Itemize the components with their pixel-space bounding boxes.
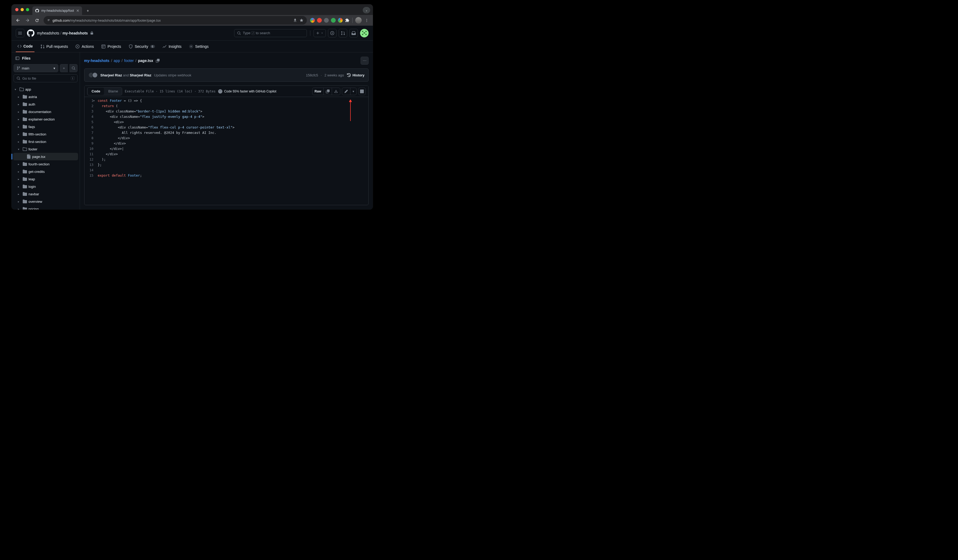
tree-folder[interactable]: fourth-section	[13, 160, 78, 168]
tree-folder[interactable]: get-credits	[13, 168, 78, 175]
issues-button[interactable]	[328, 29, 336, 37]
blame-tab-button[interactable]: Blame	[105, 88, 122, 95]
symbols-button[interactable]	[358, 88, 366, 95]
pr-button[interactable]	[339, 29, 347, 37]
svg-rect-8	[102, 44, 105, 48]
expand-tabs-button[interactable]: ⌄	[363, 7, 370, 13]
sidebar-toggle-icon[interactable]	[15, 56, 19, 60]
tab-actions[interactable]: Actions	[74, 41, 95, 52]
hamburger-menu[interactable]	[16, 29, 24, 37]
raw-button[interactable]: Raw	[312, 88, 324, 95]
tree-folder[interactable]: leap	[13, 175, 78, 183]
user-avatar[interactable]	[360, 29, 369, 37]
profile-avatar-icon[interactable]	[355, 17, 362, 24]
avatar-icon	[92, 72, 98, 78]
code-line: 13};	[84, 162, 368, 168]
tree-folder[interactable]: documentation	[13, 108, 78, 115]
inbox-button[interactable]	[349, 29, 358, 37]
sidebar-header: Files	[11, 52, 80, 64]
extension-icon-2[interactable]	[317, 18, 322, 23]
breadcrumb-app[interactable]: app	[114, 59, 120, 63]
extension-icon-4[interactable]	[331, 18, 336, 23]
more-options-button[interactable]: ⋯	[361, 57, 369, 65]
close-window[interactable]	[15, 8, 19, 11]
security-count-badge: 6	[150, 45, 155, 48]
tab-code[interactable]: Code	[16, 41, 35, 52]
code-blame-segment: Code Blame	[87, 87, 122, 95]
svg-rect-2	[362, 31, 363, 32]
tree-folder[interactable]: explainer-section	[13, 115, 78, 123]
repo-owner-link[interactable]: myheadshots	[37, 31, 59, 35]
extension-icon-1[interactable]	[310, 18, 315, 23]
browser-tabs: my-headshots/app/footer/pag ✕ +	[32, 4, 92, 15]
code-line: 14	[84, 168, 368, 173]
edit-dropdown-icon[interactable]: ▾	[351, 88, 356, 95]
commit-sha[interactable]: 158cfc5	[306, 73, 318, 77]
tree-folder[interactable]: overview	[13, 198, 78, 205]
svg-rect-6	[365, 34, 366, 35]
tree-file-active[interactable]: page.tsx	[13, 153, 78, 160]
copy-icon[interactable]	[324, 88, 332, 95]
commit-date: 2 weeks ago	[325, 73, 344, 77]
close-tab-icon[interactable]: ✕	[76, 9, 79, 13]
download-icon[interactable]	[332, 88, 340, 95]
forward-button[interactable]	[23, 16, 32, 25]
tab-insights[interactable]: Insights	[161, 41, 183, 52]
extension-icon-6[interactable]	[345, 18, 350, 23]
address-bar[interactable]: github.com/myheadshots/my-headshots/blob…	[44, 16, 307, 25]
commit-bar: Sharjeel Riaz and Sharjeel Riaz Updates …	[84, 68, 369, 82]
breadcrumb-root[interactable]: my-headshots	[84, 59, 109, 63]
bookmark-icon[interactable]	[300, 18, 304, 22]
play-icon	[75, 44, 80, 49]
tree-folder[interactable]: fifth-section	[13, 130, 78, 138]
code-line: 11 </div>	[84, 152, 368, 157]
extensions: ⋮	[309, 17, 371, 24]
repo-name-link[interactable]: my-headshots	[63, 31, 88, 35]
tree-folder[interactable]: navbar	[13, 190, 78, 198]
tree-folder[interactable]: faqs	[13, 123, 78, 130]
copy-path-icon[interactable]	[156, 59, 160, 63]
extension-icon-5[interactable]	[338, 18, 343, 23]
maximize-window[interactable]	[26, 8, 29, 11]
tree-root-app[interactable]: app	[13, 85, 78, 93]
sidebar-title: Files	[22, 56, 31, 60]
tab-pull-requests[interactable]: Pull requests	[39, 41, 70, 52]
new-tab-button[interactable]: +	[84, 7, 92, 14]
minimize-window[interactable]	[21, 8, 24, 11]
author-link[interactable]: Sharjeel Riaz and Sharjeel Riaz	[100, 73, 152, 77]
branch-select[interactable]: main ▾	[14, 64, 58, 72]
search-tree-button[interactable]	[70, 64, 78, 72]
tree-folder[interactable]: first-section	[13, 138, 78, 146]
tab-settings[interactable]: Settings	[187, 41, 210, 52]
history-button[interactable]: History	[347, 73, 365, 77]
code-area[interactable]: 1const Footer = () => {2 return (3 <div …	[84, 97, 368, 205]
commit-message[interactable]: Updates stripe webhook	[154, 73, 191, 77]
create-button[interactable]	[314, 29, 326, 37]
breadcrumb-footer[interactable]: footer	[124, 59, 134, 63]
path-separator: /	[60, 31, 62, 35]
code-line: 7 All rights reserved. @2024 by Framecas…	[84, 130, 368, 136]
install-app-icon[interactable]	[293, 18, 297, 22]
tree-folder[interactable]: auth	[13, 100, 78, 108]
extension-icon-3[interactable]	[324, 18, 329, 23]
tree-folder[interactable]: footer	[13, 146, 78, 153]
tree-folder[interactable]: login	[13, 183, 78, 190]
code-tab-button[interactable]: Code	[88, 88, 104, 95]
browser-menu-icon[interactable]: ⋮	[364, 18, 370, 22]
tab-projects[interactable]: Projects	[100, 41, 123, 52]
github-logo-icon[interactable]	[27, 29, 35, 37]
code-line: 6 <div className="flex flex-col p-4 curs…	[84, 125, 368, 130]
browser-tab-active[interactable]: my-headshots/app/footer/pag ✕	[32, 6, 82, 15]
edit-icon[interactable]	[342, 88, 351, 95]
global-search[interactable]: Type / to search	[234, 29, 307, 37]
tree-folder[interactable]: pricing	[13, 205, 78, 209]
svg-rect-4	[363, 32, 365, 33]
tree-folder[interactable]: astria	[13, 93, 78, 100]
tab-security[interactable]: Security 6	[127, 41, 157, 52]
reload-button[interactable]	[33, 16, 41, 25]
add-file-button[interactable]: +	[60, 64, 68, 72]
go-to-file-input[interactable]: Go to file t	[14, 74, 78, 82]
file-meta: Executable File · 15 lines (14 loc) · 37…	[125, 90, 216, 93]
copilot-hint[interactable]: Code 55% faster with GitHub Copilot	[218, 89, 276, 93]
back-button[interactable]	[14, 16, 22, 25]
